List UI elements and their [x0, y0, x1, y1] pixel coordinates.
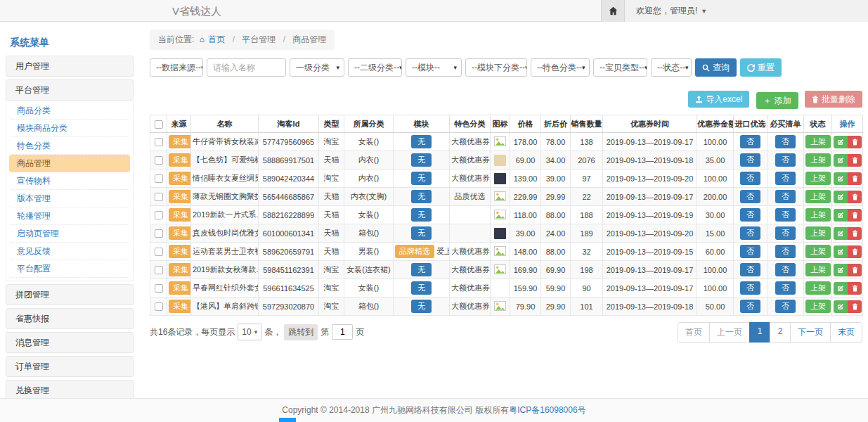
user-menu[interactable]: 欢迎您，管理员! ▼: [625, 0, 707, 22]
import-excel-button[interactable]: 导入excel: [688, 91, 749, 108]
import-select-toggle[interactable]: 否: [740, 300, 760, 313]
delete-button[interactable]: [848, 264, 862, 276]
row-checkbox[interactable]: [155, 284, 163, 293]
sidebar-item-启动页管理[interactable]: 启动页管理: [9, 225, 130, 243]
status-button[interactable]: 上架: [805, 172, 831, 185]
jump-button[interactable]: 跳转到: [284, 324, 318, 340]
page-button-上一页[interactable]: 上一页: [709, 322, 750, 343]
delete-button[interactable]: [848, 300, 862, 313]
must-buy-toggle[interactable]: 否: [775, 190, 796, 203]
must-buy-toggle[interactable]: 否: [775, 300, 796, 313]
sidebar-group-平台管理[interactable]: 平台管理: [6, 79, 134, 101]
status-button[interactable]: 上架: [805, 263, 831, 276]
row-checkbox[interactable]: [155, 229, 163, 238]
sidebar-group-订单管理[interactable]: 订单管理: [6, 356, 134, 377]
row-checkbox[interactable]: [155, 138, 163, 146]
module-none-badge[interactable]: 无: [411, 281, 432, 295]
import-select-toggle[interactable]: 否: [740, 226, 760, 240]
must-buy-toggle[interactable]: 否: [775, 135, 796, 148]
must-buy-toggle[interactable]: 否: [775, 281, 796, 295]
data-source-select[interactable]: --数据来源--▾: [150, 58, 203, 77]
status-button[interactable]: 上架: [805, 135, 831, 148]
per-page-select[interactable]: 10 ▾: [238, 324, 261, 340]
page-button-末页[interactable]: 末页: [830, 322, 862, 343]
sidebar-group-拼团管理[interactable]: 拼团管理: [6, 284, 134, 305]
delete-button[interactable]: [848, 154, 862, 167]
delete-button[interactable]: [848, 191, 862, 203]
edit-button[interactable]: [834, 300, 848, 313]
must-buy-toggle[interactable]: 否: [775, 226, 796, 240]
status-button[interactable]: 上架: [805, 281, 831, 295]
feature-category-select[interactable]: --特色分类--▾: [531, 58, 590, 77]
level1-category-select[interactable]: 一级分类▾: [290, 58, 344, 77]
edit-button[interactable]: [834, 172, 848, 185]
row-checkbox[interactable]: [155, 174, 163, 183]
edit-button[interactable]: [834, 245, 848, 258]
name-search-input[interactable]: [207, 58, 286, 77]
import-select-toggle[interactable]: 否: [740, 190, 760, 203]
status-button[interactable]: 上架: [805, 208, 831, 222]
search-button[interactable]: 查询: [695, 58, 737, 77]
jump-page-input[interactable]: [332, 324, 353, 340]
status-button[interactable]: 上架: [805, 245, 831, 258]
status-button[interactable]: 上架: [805, 190, 831, 203]
edit-button[interactable]: [834, 191, 848, 203]
import-select-toggle[interactable]: 否: [740, 263, 760, 276]
module-none-badge[interactable]: 无: [411, 300, 432, 313]
import-select-toggle[interactable]: 否: [740, 245, 760, 258]
delete-button[interactable]: [848, 245, 862, 258]
sidebar-item-意见反馈[interactable]: 意见反馈: [9, 243, 130, 260]
sidebar-group-消息管理[interactable]: 消息管理: [6, 332, 134, 353]
sidebar-item-版本管理[interactable]: 版本管理: [9, 190, 130, 207]
module-none-badge[interactable]: 无: [411, 208, 432, 222]
delete-button[interactable]: [848, 282, 862, 295]
module-none-badge[interactable]: 无: [411, 190, 432, 203]
sidebar-item-商品分类[interactable]: 商品分类: [9, 102, 130, 120]
sidebar-group-省惠快报[interactable]: 省惠快报: [6, 308, 134, 329]
edit-button[interactable]: [834, 282, 848, 295]
module-none-badge[interactable]: 无: [411, 226, 432, 240]
import-select-toggle[interactable]: 否: [740, 281, 760, 295]
row-checkbox[interactable]: [155, 156, 163, 165]
edit-button[interactable]: [834, 227, 848, 240]
icp-link[interactable]: 粤ICP备16098006号: [509, 405, 585, 415]
status-select[interactable]: --状态--▾: [651, 58, 692, 77]
page-button-1[interactable]: 1: [749, 322, 770, 343]
select-all-checkbox[interactable]: [155, 120, 163, 129]
delete-button[interactable]: [848, 172, 862, 185]
page-button-2[interactable]: 2: [770, 322, 791, 343]
import-select-toggle[interactable]: 否: [740, 135, 760, 148]
module-subcategory-select[interactable]: --模块下分类--▾: [465, 58, 527, 77]
sidebar-item-平台配置[interactable]: 平台配置: [9, 260, 130, 278]
delete-button[interactable]: [848, 209, 862, 222]
sidebar-item-模块商品分类[interactable]: 模块商品分类: [9, 120, 130, 137]
import-select-toggle[interactable]: 否: [740, 208, 760, 222]
add-button[interactable]: ＋ 添加: [756, 92, 798, 109]
edit-button[interactable]: [834, 136, 848, 148]
delete-button[interactable]: [848, 136, 862, 148]
module-none-badge[interactable]: 无: [411, 172, 432, 185]
status-button[interactable]: 上架: [805, 300, 831, 313]
page-button-下一页[interactable]: 下一页: [790, 322, 831, 343]
row-checkbox[interactable]: [155, 193, 163, 201]
sidebar-item-轮播管理[interactable]: 轮播管理: [9, 207, 130, 225]
sidebar-item-商品管理[interactable]: 商品管理: [9, 155, 130, 172]
breadcrumb-home-link[interactable]: 首页: [208, 34, 225, 44]
level2-category-select[interactable]: --二级分类--▾: [348, 58, 402, 77]
reset-button[interactable]: 重置: [740, 58, 782, 77]
module-none-badge[interactable]: 无: [411, 263, 432, 276]
edit-button[interactable]: [834, 154, 848, 167]
import-select-toggle[interactable]: 否: [740, 172, 760, 185]
import-select-toggle[interactable]: 否: [740, 153, 760, 167]
module-none-badge[interactable]: 无: [411, 135, 432, 148]
must-buy-toggle[interactable]: 否: [775, 245, 796, 258]
row-checkbox[interactable]: [155, 211, 163, 219]
row-checkbox[interactable]: [155, 302, 163, 311]
must-buy-toggle[interactable]: 否: [775, 208, 796, 222]
must-buy-toggle[interactable]: 否: [775, 153, 796, 167]
batch-delete-button[interactable]: 批量删除: [805, 91, 862, 108]
page-button-首页[interactable]: 首页: [678, 322, 710, 343]
module-select[interactable]: --模块--▾: [406, 58, 462, 77]
row-checkbox[interactable]: [155, 266, 163, 274]
status-button[interactable]: 上架: [805, 153, 831, 167]
